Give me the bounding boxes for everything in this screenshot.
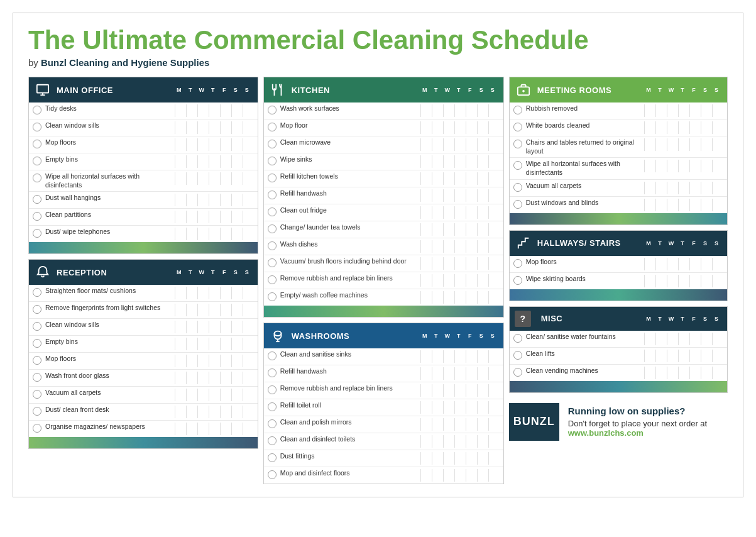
- task-checkbox[interactable]: [33, 305, 41, 314]
- task-checkbox[interactable]: [268, 453, 277, 462]
- task-checkbox[interactable]: [268, 292, 277, 301]
- main-office-section: MAIN OFFICE M T W T F S S Tidy desks Cle…: [28, 77, 258, 254]
- task-checkbox[interactable]: [33, 322, 41, 331]
- task-row: Straighten floor mats/ cushions: [29, 285, 258, 302]
- task-row: Empty bins: [29, 336, 258, 353]
- footer-text: Running low on supplies? Don't forget to…: [568, 406, 728, 438]
- task-row: Mop floors: [29, 136, 258, 153]
- task-checkbox[interactable]: [513, 351, 522, 360]
- task-checkbox[interactable]: [268, 174, 277, 182]
- task-row: Mop floor: [264, 119, 503, 136]
- task-row: Clean vending machines: [510, 365, 727, 381]
- meeting-rooms-section: MEETING ROOMS M T W T F S S Rubbish remo…: [509, 77, 728, 225]
- hallways-header: HALLWAYS/ STAIRS M T W T F S S: [510, 231, 727, 256]
- task-row: Rubbish removed: [510, 102, 727, 119]
- task-checkbox[interactable]: [513, 106, 522, 114]
- task-row: Tidy desks: [29, 102, 258, 119]
- task-row: Organise magazines/ newspapers: [29, 421, 258, 437]
- task-row: Wipe all horizontal surfaces with disinf…: [29, 170, 258, 192]
- task-checkbox[interactable]: [513, 276, 522, 285]
- reception-section: RECEPTION M T W T F S S Straighten floor…: [28, 259, 258, 449]
- subtitle: by Bunzl Cleaning and Hygiene Supplies: [28, 57, 728, 68]
- task-checkbox[interactable]: [33, 407, 41, 416]
- toilet-icon: [269, 327, 287, 345]
- footer-link[interactable]: www.bunzlchs.com: [568, 428, 644, 438]
- task-checkbox[interactable]: [268, 402, 277, 411]
- task-checkbox[interactable]: [33, 212, 41, 221]
- stairs-icon: [515, 235, 532, 252]
- title-highlight: Schedule: [471, 25, 589, 55]
- task-row: Remove rubbish and replace bin liners: [264, 272, 503, 289]
- task-row: Refill handwash: [264, 365, 503, 382]
- washrooms-day-headers: M T W T F S S: [419, 333, 498, 339]
- task-row: Dust/ wipe telephones: [29, 226, 258, 242]
- task-checkbox[interactable]: [33, 356, 41, 365]
- footer-body: Don't forget to place your next order at: [568, 419, 707, 428]
- task-row: Clean out fridge: [264, 204, 503, 221]
- task-checkbox[interactable]: [513, 259, 522, 268]
- task-row: Mop floors: [29, 353, 258, 370]
- task-checkbox[interactable]: [513, 368, 522, 377]
- task-checkbox[interactable]: [268, 106, 277, 114]
- misc-day-headers: M T W T F S S: [643, 316, 722, 322]
- task-checkbox[interactable]: [513, 123, 522, 131]
- task-row: Clean/ sanitise water fountains: [510, 331, 727, 348]
- task-checkbox[interactable]: [268, 157, 277, 165]
- kitchen-header: KITCHEN M T W T F S S: [264, 77, 503, 102]
- task-checkbox[interactable]: [268, 470, 277, 479]
- main-office-title: MAIN OFFICE: [57, 86, 168, 95]
- task-checkbox[interactable]: [33, 106, 41, 114]
- title-section: The Ultimate Commercial Cleaning Schedul…: [28, 26, 728, 68]
- task-row: Dust wall hangings: [29, 192, 258, 209]
- task-checkbox[interactable]: [268, 419, 277, 428]
- task-checkbox[interactable]: [33, 174, 41, 182]
- task-checkbox[interactable]: [268, 123, 277, 131]
- task-checkbox[interactable]: [513, 140, 522, 148]
- svg-point-4: [274, 331, 281, 336]
- task-checkbox[interactable]: [268, 208, 277, 216]
- task-row: Dust fittings: [264, 450, 503, 467]
- task-checkbox[interactable]: [268, 385, 277, 394]
- task-checkbox[interactable]: [33, 195, 41, 204]
- task-checkbox[interactable]: [33, 390, 41, 399]
- task-checkbox[interactable]: [513, 200, 522, 209]
- task-checkbox[interactable]: [33, 373, 41, 382]
- task-checkbox[interactable]: [513, 161, 522, 170]
- task-row: Wipe all horizontal surfaces with disinf…: [510, 158, 727, 179]
- bell-icon: [34, 263, 52, 281]
- task-checkbox[interactable]: [268, 241, 277, 250]
- task-checkbox[interactable]: [268, 368, 277, 377]
- hallways-title: HALLWAYS/ STAIRS: [537, 238, 638, 248]
- task-row: Clean and polish mirrors: [264, 416, 503, 433]
- task-checkbox[interactable]: [513, 183, 522, 192]
- task-row: Wash dishes: [264, 238, 503, 255]
- task-checkbox[interactable]: [33, 339, 41, 348]
- task-checkbox[interactable]: [33, 424, 41, 433]
- task-row: Wipe sinks: [264, 153, 503, 170]
- task-checkbox[interactable]: [513, 334, 522, 343]
- task-row: Clean partitions: [29, 209, 258, 226]
- meeting-rooms-title: MEETING ROOMS: [537, 86, 638, 95]
- task-row: Refill toilet roll: [264, 399, 503, 416]
- task-checkbox[interactable]: [33, 229, 41, 238]
- task-checkbox[interactable]: [268, 436, 277, 445]
- main-office-tasks: Tidy desks Clean window sills Mop floors…: [29, 102, 258, 242]
- task-row: Clean and sanitise sinks: [264, 348, 503, 365]
- task-checkbox[interactable]: [268, 224, 277, 233]
- task-row: Change/ launder tea towels: [264, 221, 503, 238]
- task-checkbox[interactable]: [33, 123, 41, 131]
- task-checkbox[interactable]: [33, 140, 41, 148]
- kitchen-day-headers: M T W T F S S: [419, 87, 498, 93]
- hallways-tasks: Mop floors Wipe skirting boards: [510, 256, 727, 289]
- task-checkbox[interactable]: [268, 258, 277, 267]
- meeting-rooms-header: MEETING ROOMS M T W T F S S: [510, 77, 727, 102]
- task-checkbox[interactable]: [33, 288, 41, 297]
- kitchen-title: KITCHEN: [292, 86, 414, 95]
- task-checkbox[interactable]: [33, 157, 41, 165]
- misc-title: MISC: [541, 314, 638, 323]
- task-checkbox[interactable]: [268, 275, 277, 284]
- task-checkbox[interactable]: [268, 352, 277, 360]
- task-checkbox[interactable]: [268, 191, 277, 199]
- hallways-section: HALLWAYS/ STAIRS M T W T F S S Mop floor…: [509, 230, 728, 301]
- task-checkbox[interactable]: [268, 140, 277, 148]
